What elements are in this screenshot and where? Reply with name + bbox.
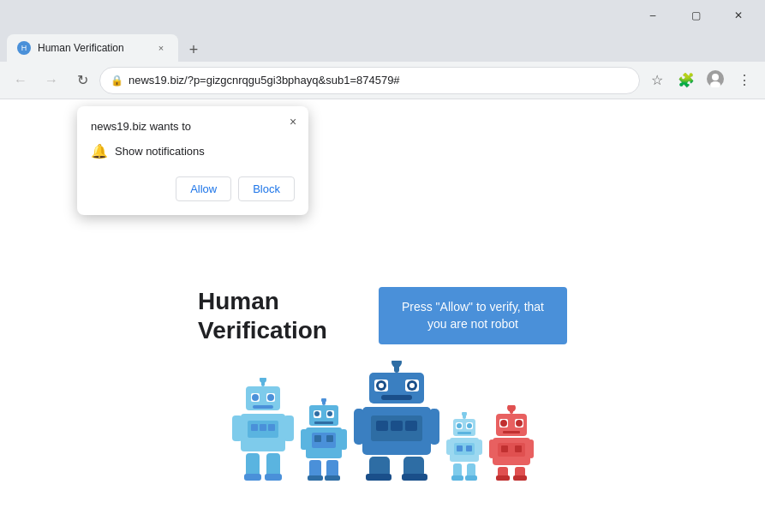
bell-icon: 🔔 xyxy=(91,143,108,159)
permission-label: Show notifications xyxy=(115,145,205,158)
svg-rect-29 xyxy=(314,421,333,424)
maximize-button[interactable]: ▢ xyxy=(676,3,715,28)
forward-button[interactable]: → xyxy=(38,67,65,94)
svg-rect-92 xyxy=(529,439,534,458)
svg-point-67 xyxy=(467,423,472,428)
tab-bar: H Human Verification × + xyxy=(0,31,765,62)
svg-rect-16 xyxy=(232,415,242,441)
robot-1 xyxy=(232,378,294,481)
robot-2 xyxy=(301,398,347,481)
svg-rect-35 xyxy=(340,429,347,450)
browser-window: – ▢ ✕ H Human Verification × + ← → ↻ 🔒 n… xyxy=(0,0,765,532)
close-button[interactable]: ✕ xyxy=(719,3,758,28)
block-button[interactable]: Block xyxy=(238,176,295,201)
menu-button[interactable]: ⋮ xyxy=(731,67,758,94)
svg-point-27 xyxy=(314,411,320,416)
svg-point-47 xyxy=(379,383,384,388)
svg-point-9 xyxy=(267,394,274,401)
svg-rect-74 xyxy=(477,439,482,455)
svg-point-62 xyxy=(462,412,467,416)
extensions-button[interactable]: 🧩 xyxy=(672,67,700,94)
svg-rect-14 xyxy=(260,424,266,431)
lock-icon: 🔒 xyxy=(111,75,123,87)
svg-rect-18 xyxy=(246,453,260,477)
svg-rect-21 xyxy=(265,474,282,481)
favicon-letter: H xyxy=(21,44,27,52)
popup-close-button[interactable]: × xyxy=(284,113,302,130)
reload-icon: ↻ xyxy=(77,72,88,88)
svg-rect-17 xyxy=(284,415,294,441)
svg-rect-96 xyxy=(513,475,527,481)
svg-rect-60 xyxy=(402,474,427,481)
svg-point-85 xyxy=(516,420,523,427)
bookmark-button[interactable]: ☆ xyxy=(643,67,671,94)
menu-icon: ⋮ xyxy=(738,72,751,88)
svg-point-23 xyxy=(321,398,326,403)
forward-icon: → xyxy=(45,73,58,88)
new-tab-button[interactable]: + xyxy=(182,38,206,62)
svg-rect-53 xyxy=(391,421,403,431)
svg-point-8 xyxy=(252,394,259,401)
window-controls: – ▢ ✕ xyxy=(633,3,758,28)
svg-rect-72 xyxy=(466,445,472,451)
svg-rect-77 xyxy=(451,475,463,481)
svg-point-84 xyxy=(500,420,507,427)
tab-close-button[interactable]: × xyxy=(154,41,168,55)
svg-rect-34 xyxy=(301,429,308,450)
reload-button[interactable]: ↻ xyxy=(69,67,96,94)
toolbar: ← → ↻ 🔒 news19.biz/?p=gizgcnrqgu5gi3bpha… xyxy=(0,62,765,99)
robot-4-small xyxy=(446,412,482,481)
svg-rect-38 xyxy=(308,475,323,481)
svg-rect-73 xyxy=(446,439,451,455)
svg-rect-33 xyxy=(326,435,333,442)
svg-point-1 xyxy=(712,74,719,81)
svg-rect-55 xyxy=(354,409,364,445)
svg-rect-56 xyxy=(429,409,439,445)
svg-rect-95 xyxy=(496,475,510,481)
verify-text: Press "Allow" to verify, that you are no… xyxy=(402,300,544,331)
back-button[interactable]: ← xyxy=(7,67,34,94)
page-content: × news19.biz wants to 🔔 Show notificatio… xyxy=(0,99,765,532)
svg-rect-15 xyxy=(268,424,275,431)
popup-permission: 🔔 Show notifications xyxy=(91,143,295,159)
verify-box: Press "Allow" to verify, that you are no… xyxy=(379,287,567,344)
robot-3-main xyxy=(354,361,439,481)
svg-rect-32 xyxy=(314,435,321,442)
allow-button[interactable]: Allow xyxy=(176,176,231,201)
svg-rect-49 xyxy=(381,395,412,400)
bookmark-icon: ☆ xyxy=(651,72,663,88)
svg-rect-13 xyxy=(251,424,258,431)
svg-rect-10 xyxy=(253,405,273,409)
svg-rect-91 xyxy=(489,439,494,458)
svg-point-41 xyxy=(391,361,402,368)
svg-point-48 xyxy=(409,383,415,388)
active-tab[interactable]: H Human Verification × xyxy=(7,34,178,62)
tab-title: Human Verification xyxy=(38,42,147,54)
svg-rect-20 xyxy=(244,474,261,481)
toolbar-right: ☆ 🧩 ⋮ xyxy=(643,67,758,94)
svg-rect-78 xyxy=(465,475,477,481)
svg-point-28 xyxy=(327,411,332,416)
popup-site-text: news19.biz wants to xyxy=(91,120,295,133)
svg-rect-54 xyxy=(405,421,417,431)
svg-rect-86 xyxy=(503,431,520,433)
profile-button[interactable] xyxy=(702,67,729,94)
svg-point-4 xyxy=(260,378,266,383)
svg-rect-71 xyxy=(457,445,463,451)
extensions-icon: 🧩 xyxy=(678,72,695,88)
svg-point-80 xyxy=(507,405,516,412)
minimize-button[interactable]: – xyxy=(633,3,672,28)
robots-area xyxy=(232,361,534,481)
svg-rect-52 xyxy=(376,421,388,431)
address-text: news19.biz/?p=gizgcnrqgu5gi3bphayq&sub1=… xyxy=(128,74,629,87)
svg-rect-68 xyxy=(457,432,471,434)
svg-rect-19 xyxy=(266,453,280,477)
profile-icon xyxy=(707,70,724,91)
tab-favicon: H xyxy=(17,41,31,55)
back-icon: ← xyxy=(14,73,27,88)
address-bar[interactable]: 🔒 news19.biz/?p=gizgcnrqgu5gi3bphayq&sub… xyxy=(99,67,640,94)
robot-5-red xyxy=(489,405,534,481)
svg-rect-59 xyxy=(366,474,391,481)
svg-rect-89 xyxy=(501,445,508,452)
notification-popup: × news19.biz wants to 🔔 Show notificatio… xyxy=(77,106,308,215)
